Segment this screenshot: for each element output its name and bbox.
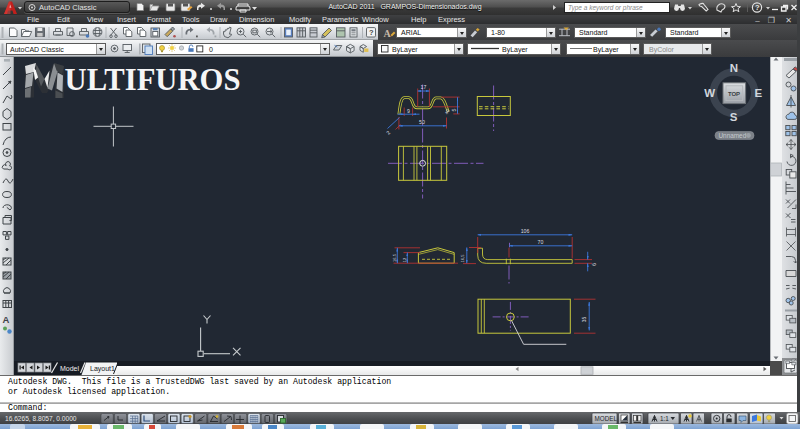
svg-text:?: ?: [369, 28, 374, 37]
svg-text:?: ?: [755, 3, 760, 12]
svg-text:A: A: [384, 28, 392, 39]
svg-text:MODEL: MODEL: [595, 415, 618, 422]
svg-text:1:1: 1:1: [660, 415, 669, 422]
svg-text:A: A: [3, 314, 10, 325]
